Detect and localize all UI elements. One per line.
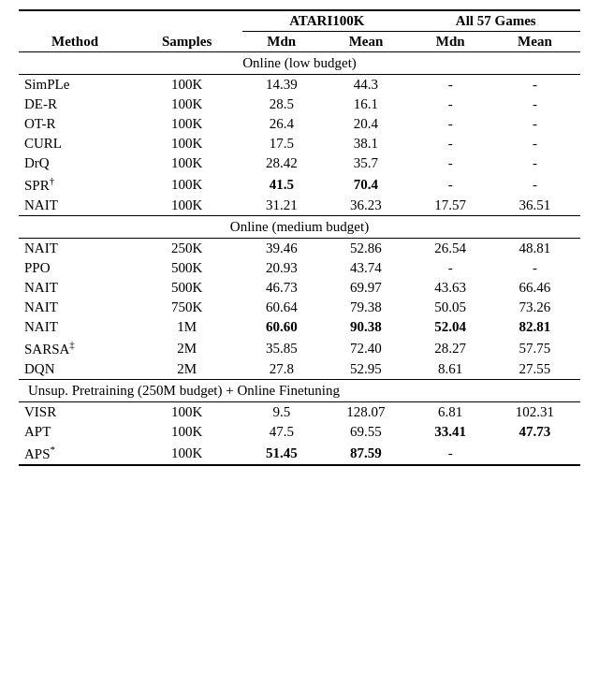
samples-cell: 100K xyxy=(131,442,242,465)
section-header-cell: Online (medium budget) xyxy=(19,216,580,239)
samples-col-header: Samples xyxy=(131,32,242,52)
mdn1-cell: 46.73 xyxy=(242,278,320,298)
method-cell: DrQ xyxy=(19,153,131,173)
samples-cell: 100K xyxy=(131,114,242,134)
mean1-cell: 52.86 xyxy=(320,239,411,259)
group-header-row: ATARI100K All 57 Games xyxy=(19,10,580,32)
mean1-cell: 16.1 xyxy=(320,95,411,114)
mean2-cell: 102.31 xyxy=(489,402,580,423)
method-cell: NAIT xyxy=(19,317,131,337)
comparison-table: ATARI100K All 57 Games Method Samples Md… xyxy=(19,9,580,466)
table-body: Online (low budget)SimPLe100K14.3944.3--… xyxy=(19,52,580,466)
mdn2-cell: 33.41 xyxy=(412,422,489,442)
method-cell: APS* xyxy=(19,442,131,465)
mean1-cell: 20.4 xyxy=(320,114,411,134)
mean1-cell: 43.74 xyxy=(320,258,411,278)
col-header-row: Method Samples Mdn Mean Mdn Mean xyxy=(19,32,580,52)
table-row: CURL100K17.538.1-- xyxy=(19,134,580,153)
samples-cell: 500K xyxy=(131,278,242,298)
mdn2-cell: 28.27 xyxy=(412,337,489,359)
table-row: NAIT500K46.7369.9743.6366.46 xyxy=(19,278,580,298)
mdn1-cell: 28.5 xyxy=(242,95,320,114)
table-row: NAIT250K39.4652.8626.5448.81 xyxy=(19,239,580,259)
table-row: DE-R100K28.516.1-- xyxy=(19,95,580,114)
method-cell: CURL xyxy=(19,134,131,153)
mean2-cell: - xyxy=(489,173,580,196)
table-row: SARSA‡2M35.8572.4028.2757.75 xyxy=(19,337,580,359)
table-row: APS*100K51.4587.59- xyxy=(19,442,580,465)
table-row: NAIT1M60.6090.3852.0482.81 xyxy=(19,317,580,337)
table-row: NAIT100K31.2136.2317.5736.51 xyxy=(19,196,580,216)
method-cell: SARSA‡ xyxy=(19,337,131,359)
mean1-cell: 69.55 xyxy=(320,422,411,442)
mdn2-cell: - xyxy=(412,173,489,196)
method-cell: VISR xyxy=(19,402,131,423)
mdn1-cell: 27.8 xyxy=(242,359,320,380)
mdn2-cell: - xyxy=(412,442,489,465)
mean1-cell: 36.23 xyxy=(320,196,411,216)
samples-cell: 1M xyxy=(131,317,242,337)
mean2-col-header: Mean xyxy=(489,32,580,52)
mdn2-cell: - xyxy=(412,134,489,153)
mean2-cell: 73.26 xyxy=(489,298,580,317)
mdn1-cell: 41.5 xyxy=(242,173,320,196)
method-cell: OT-R xyxy=(19,114,131,134)
mean2-cell: 36.51 xyxy=(489,196,580,216)
mean2-cell: - xyxy=(489,134,580,153)
samples-cell: 100K xyxy=(131,196,242,216)
method-cell: NAIT xyxy=(19,239,131,259)
mean1-cell: 52.95 xyxy=(320,359,411,380)
mdn2-cell: - xyxy=(412,258,489,278)
samples-cell: 2M xyxy=(131,337,242,359)
mdn1-cell: 60.64 xyxy=(242,298,320,317)
mdn2-col-header: Mdn xyxy=(412,32,489,52)
method-cell: APT xyxy=(19,422,131,442)
mean1-cell: 35.7 xyxy=(320,153,411,173)
mdn1-cell: 60.60 xyxy=(242,317,320,337)
method-cell: DE-R xyxy=(19,95,131,114)
table-row: SPR†100K41.570.4-- xyxy=(19,173,580,196)
table-row: OT-R100K26.420.4-- xyxy=(19,114,580,134)
mdn2-cell: 43.63 xyxy=(412,278,489,298)
method-cell: SimPLe xyxy=(19,75,131,95)
mdn2-cell: 52.04 xyxy=(412,317,489,337)
mdn1-cell: 28.42 xyxy=(242,153,320,173)
mean1-cell: 70.4 xyxy=(320,173,411,196)
mean2-cell: - xyxy=(489,95,580,114)
method-cell: PPO xyxy=(19,258,131,278)
samples-cell: 100K xyxy=(131,134,242,153)
empty-header xyxy=(19,10,242,32)
mean1-col-header: Mean xyxy=(320,32,411,52)
mdn2-cell: - xyxy=(412,114,489,134)
method-cell: SPR† xyxy=(19,173,131,196)
method-col-header: Method xyxy=(19,32,131,52)
table-row: SimPLe100K14.3944.3-- xyxy=(19,75,580,95)
method-cell: NAIT xyxy=(19,278,131,298)
section-header-row: Online (low budget) xyxy=(19,52,580,75)
mdn1-cell: 51.45 xyxy=(242,442,320,465)
mdn2-cell: 8.61 xyxy=(412,359,489,380)
mdn1-cell: 14.39 xyxy=(242,75,320,95)
samples-cell: 100K xyxy=(131,153,242,173)
mean1-cell: 87.59 xyxy=(320,442,411,465)
mean2-cell: 82.81 xyxy=(489,317,580,337)
mean2-cell: 66.46 xyxy=(489,278,580,298)
mdn1-cell: 47.5 xyxy=(242,422,320,442)
atari100k-header: ATARI100K xyxy=(242,10,411,32)
method-cell: NAIT xyxy=(19,298,131,317)
section-header-row: Online (medium budget) xyxy=(19,216,580,239)
mean2-cell xyxy=(489,442,580,465)
mean1-cell: 44.3 xyxy=(320,75,411,95)
samples-cell: 100K xyxy=(131,75,242,95)
section-header-cell: Online (low budget) xyxy=(19,52,580,75)
samples-cell: 100K xyxy=(131,173,242,196)
mean1-cell: 79.38 xyxy=(320,298,411,317)
table-row: APT100K47.569.5533.4147.73 xyxy=(19,422,580,442)
method-cell: NAIT xyxy=(19,196,131,216)
mdn2-cell: 50.05 xyxy=(412,298,489,317)
samples-cell: 100K xyxy=(131,402,242,423)
samples-cell: 100K xyxy=(131,95,242,114)
mean2-cell: 57.75 xyxy=(489,337,580,359)
all57-header: All 57 Games xyxy=(412,10,581,32)
mdn1-col-header: Mdn xyxy=(242,32,320,52)
